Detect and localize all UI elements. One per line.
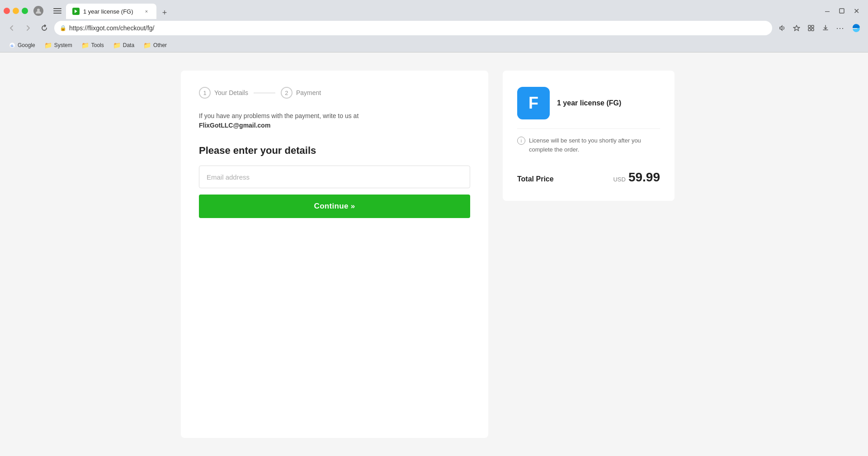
minimize-button[interactable]: [13, 8, 19, 14]
favorites-icon[interactable]: [790, 22, 803, 34]
new-tab-button[interactable]: +: [158, 6, 171, 19]
product-logo-letter: F: [528, 94, 538, 113]
license-info: i License will be sent to you shortly af…: [517, 128, 660, 161]
bookmark-data[interactable]: 📁 Data: [109, 40, 138, 50]
maximize-button[interactable]: [22, 8, 28, 14]
price-amount: 59.99: [628, 170, 660, 185]
svg-rect-6: [811, 25, 814, 28]
product-name: 1 year license (FG): [557, 99, 621, 107]
svg-rect-7: [808, 28, 811, 31]
folder-other-icon: 📁: [143, 42, 151, 49]
reload-button[interactable]: [38, 22, 51, 34]
step-2: 2 Payment: [281, 87, 321, 99]
more-options-icon[interactable]: ⋯: [834, 22, 846, 34]
info-email: FlixGotLLC@gmail.com: [199, 122, 270, 129]
price-row: Total Price USD 59.99: [517, 168, 660, 185]
bookmark-other[interactable]: 📁 Other: [140, 40, 170, 50]
profile-avatar[interactable]: [33, 6, 43, 16]
url-text: https://flixgot.com/checkout/fg/: [69, 24, 767, 32]
minimize-window-icon[interactable]: –: [821, 5, 834, 17]
svg-rect-5: [808, 25, 811, 28]
product-logo: F: [517, 87, 550, 119]
step-1: 1 Your Details: [199, 87, 248, 99]
bookmark-google-label: Google: [18, 42, 35, 48]
sidebar-toggle[interactable]: [52, 7, 62, 15]
checkout-right-panel: F 1 year license (FG) i License will be …: [503, 71, 675, 201]
bookmark-tools-label: Tools: [91, 42, 104, 48]
bookmark-tools[interactable]: 📁 Tools: [78, 40, 108, 50]
tab-close-button[interactable]: ×: [143, 8, 150, 15]
restore-window-icon[interactable]: [835, 5, 848, 17]
page-content: 1 Your Details 2 Payment If you have any…: [0, 52, 868, 456]
folder-system-icon: 📁: [44, 42, 52, 49]
email-input[interactable]: [199, 166, 470, 188]
read-aloud-icon[interactable]: [776, 22, 788, 34]
folder-data-icon: 📁: [113, 42, 121, 49]
step-1-circle: 1: [199, 87, 211, 99]
form-title: Please enter your details: [199, 145, 470, 157]
step-2-label: Payment: [296, 89, 321, 96]
price-value: USD 59.99: [613, 170, 660, 185]
active-tab[interactable]: 1 year license (FG) ×: [66, 4, 156, 19]
bookmark-other-label: Other: [153, 42, 167, 48]
checkout-steps: 1 Your Details 2 Payment: [199, 87, 470, 99]
info-text: If you have any problems with the paymen…: [199, 111, 470, 130]
bookmark-data-label: Data: [123, 42, 134, 48]
bookmarks-bar: G Google 📁 System 📁 Tools 📁 Data 📁 Other: [0, 38, 868, 52]
tab-favicon-icon: [72, 8, 80, 15]
bookmark-google[interactable]: G Google: [5, 41, 39, 50]
close-window-icon[interactable]: ✕: [850, 5, 863, 17]
window-controls: [4, 8, 28, 14]
folder-tools-icon: 📁: [81, 42, 89, 49]
bookmark-system[interactable]: 📁 System: [41, 40, 76, 50]
checkout-left-panel: 1 Your Details 2 Payment If you have any…: [181, 71, 488, 438]
step-divider: [254, 93, 275, 93]
forward-button[interactable]: [22, 22, 34, 34]
continue-button[interactable]: Continue »: [199, 195, 470, 218]
tab-title: 1 year license (FG): [83, 8, 139, 15]
step-2-circle: 2: [281, 87, 292, 99]
svg-text:G: G: [11, 43, 14, 48]
bookmark-system-label: System: [54, 42, 72, 48]
license-info-text: License will be sent to you shortly afte…: [529, 136, 660, 154]
product-row: F 1 year license (FG): [517, 87, 660, 119]
edge-logo-icon: [850, 22, 863, 34]
total-price-label: Total Price: [517, 175, 554, 183]
downloads-icon[interactable]: [819, 22, 832, 34]
step-1-label: Your Details: [214, 89, 248, 96]
google-favicon-icon: G: [9, 42, 15, 48]
back-button[interactable]: [5, 22, 18, 34]
info-text-prefix: If you have any problems with the paymen…: [199, 112, 359, 119]
svg-rect-8: [811, 28, 814, 31]
close-button[interactable]: [4, 8, 10, 14]
svg-rect-3: [840, 9, 844, 13]
lock-icon: 🔒: [60, 25, 66, 31]
extensions-icon[interactable]: [805, 22, 817, 34]
currency-label: USD: [613, 176, 625, 183]
address-bar[interactable]: 🔒 https://flixgot.com/checkout/fg/: [54, 21, 772, 35]
svg-marker-4: [793, 25, 800, 31]
info-circle-icon: i: [517, 137, 525, 145]
